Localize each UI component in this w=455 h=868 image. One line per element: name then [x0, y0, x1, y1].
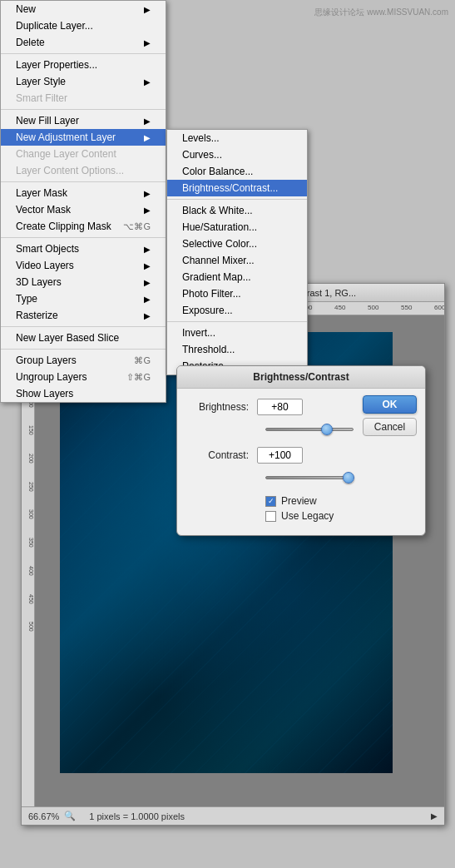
submenu-color-balance[interactable]: Color Balance... — [167, 163, 307, 180]
arrow-icon-6: ▶ — [144, 189, 151, 198]
menu-item-duplicate[interactable]: Duplicate Layer... — [1, 17, 166, 34]
submenu-exposure[interactable]: Exposure... — [167, 302, 307, 319]
cancel-button[interactable]: Cancel — [363, 418, 417, 436]
context-menu: New ▶ Duplicate Layer... Delete ▶ Layer … — [0, 0, 166, 403]
arrow-icon-10: ▶ — [144, 278, 151, 287]
menu-item-layer-properties[interactable]: Layer Properties... — [1, 57, 166, 73]
divider-3 — [1, 181, 166, 182]
ok-button[interactable]: OK — [363, 395, 417, 414]
arrow-icon-4: ▶ — [144, 117, 151, 126]
menu-item-new-slice[interactable]: New Layer Based Slice — [1, 330, 166, 346]
menu-item-delete[interactable]: Delete ▶ — [1, 34, 166, 51]
arrow-icon-5: ▶ — [144, 133, 151, 142]
submenu-gradient-map[interactable]: Gradient Map... — [167, 269, 307, 285]
submenu-levels[interactable]: Levels... — [167, 130, 307, 146]
arrow-icon-8: ▶ — [144, 245, 151, 254]
preview-row: ✓ Preview — [265, 495, 412, 507]
menu-item-smart-objects[interactable]: Smart Objects ▶ — [1, 241, 166, 257]
menu-item-show-layers[interactable]: Show Layers — [1, 385, 166, 402]
menu-item-new-adjustment[interactable]: New Adjustment Layer ▶ Levels... Curves.… — [1, 129, 166, 146]
menu-item-new-fill[interactable]: New Fill Layer ▶ — [1, 112, 166, 129]
brightness-label: Brightness: — [190, 401, 257, 413]
bc-buttons: OK Cancel — [363, 395, 417, 436]
arrow-icon-3: ▶ — [144, 77, 151, 87]
contrast-thumb[interactable] — [343, 472, 354, 484]
arrow-icon-2: ▶ — [144, 38, 151, 47]
divider-2 — [1, 109, 166, 110]
menu-item-layer-mask[interactable]: Layer Mask ▶ — [1, 185, 166, 201]
menu-item-group-layers[interactable]: Group Layers ⌘G — [1, 352, 166, 369]
ruler-vertical: 0 50 100 150 200 250 300 350 400 450 500 — [22, 348, 35, 806]
submenu-channel-mixer[interactable]: Channel Mixer... — [167, 252, 307, 269]
brightness-thumb[interactable] — [321, 424, 333, 435]
arrow-icon: ▶ — [144, 5, 151, 14]
menu-item-type[interactable]: Type ▶ — [1, 290, 166, 307]
zoom-level: 66.67% — [28, 811, 59, 821]
use-legacy-label: Use Legacy — [281, 510, 334, 522]
menu-item-3d-layers[interactable]: 3D Layers ▶ — [1, 274, 166, 290]
menu-item-video-layers[interactable]: Video Layers ▶ — [1, 257, 166, 274]
watermark: 思缘设计论坛 www.MISSVUAN.com — [314, 7, 448, 18]
submenu-divider-1 — [167, 199, 307, 200]
bc-dialog: Brightness/Contrast Brightness: +80 — [176, 365, 426, 536]
menu-item-smart-filter: Smart Filter — [1, 90, 166, 107]
submenu-brightness-contrast[interactable]: Brightness/Contrast... — [167, 180, 307, 196]
contrast-label: Contrast: — [190, 449, 257, 461]
menu-item-vector-mask[interactable]: Vector Mask ▶ — [1, 201, 166, 218]
divider-1 — [1, 53, 166, 54]
pixel-info: 1 pixels = 1.0000 pixels — [89, 811, 185, 821]
submenu-black-white[interactable]: Black & White... — [167, 202, 307, 219]
menu-item-clipping-mask[interactable]: Create Clipping Mask ⌥⌘G — [1, 218, 166, 235]
submenu-photo-filter[interactable]: Photo Filter... — [167, 285, 307, 302]
use-legacy-checkbox[interactable] — [265, 511, 276, 522]
ps-statusbar: 66.67% 🔍 1 pixels = 1.0000 pixels ▶ — [22, 806, 444, 825]
submenu-hue-saturation[interactable]: Hue/Saturation... — [167, 219, 307, 236]
menu-item-rasterize[interactable]: Rasterize ▶ — [1, 307, 166, 324]
brightness-slider[interactable] — [265, 424, 354, 435]
submenu-curves[interactable]: Curves... — [167, 146, 307, 163]
submenu-adjustment: Levels... Curves... Color Balance... Bri… — [166, 129, 308, 375]
submenu-invert[interactable]: Invert... — [167, 325, 307, 341]
contrast-slider-row — [190, 472, 412, 484]
submenu-selective-color[interactable]: Selective Color... — [167, 236, 307, 252]
use-legacy-row: Use Legacy — [265, 510, 412, 522]
menu-item-change-content: Change Layer Content — [1, 146, 166, 162]
brightness-value[interactable]: +80 — [257, 399, 303, 415]
menu-item-new[interactable]: New ▶ — [1, 1, 166, 17]
menu-item-ungroup-layers[interactable]: Ungroup Layers ⇧⌘G — [1, 369, 166, 385]
submenu-threshold[interactable]: Threshold... — [167, 341, 307, 358]
contrast-row: Contrast: +100 — [190, 447, 412, 464]
divider-5 — [1, 326, 166, 327]
zoom-icon[interactable]: 🔍 — [64, 811, 76, 821]
preview-checkbox[interactable]: ✓ — [265, 496, 276, 507]
divider-4 — [1, 237, 166, 238]
brightness-track — [265, 428, 354, 431]
menu-item-content-options: Layer Content Options... — [1, 162, 166, 179]
submenu-divider-2 — [167, 321, 307, 322]
contrast-track — [265, 476, 354, 479]
arrow-icon-11: ▶ — [144, 295, 151, 304]
arrow-icon-7: ▶ — [144, 206, 151, 215]
arrow-icon-9: ▶ — [144, 261, 151, 270]
menu-item-layer-style[interactable]: Layer Style ▶ — [1, 73, 166, 90]
divider-6 — [1, 349, 166, 350]
status-arrow-icon[interactable]: ▶ — [431, 811, 438, 821]
bc-checks: ✓ Preview Use Legacy — [265, 495, 412, 522]
contrast-slider[interactable] — [265, 472, 354, 484]
contrast-value[interactable]: +100 — [257, 447, 303, 464]
arrow-icon-12: ▶ — [144, 311, 151, 320]
preview-label: Preview — [281, 495, 317, 507]
bc-dialog-title: Brightness/Contrast — [177, 366, 425, 389]
